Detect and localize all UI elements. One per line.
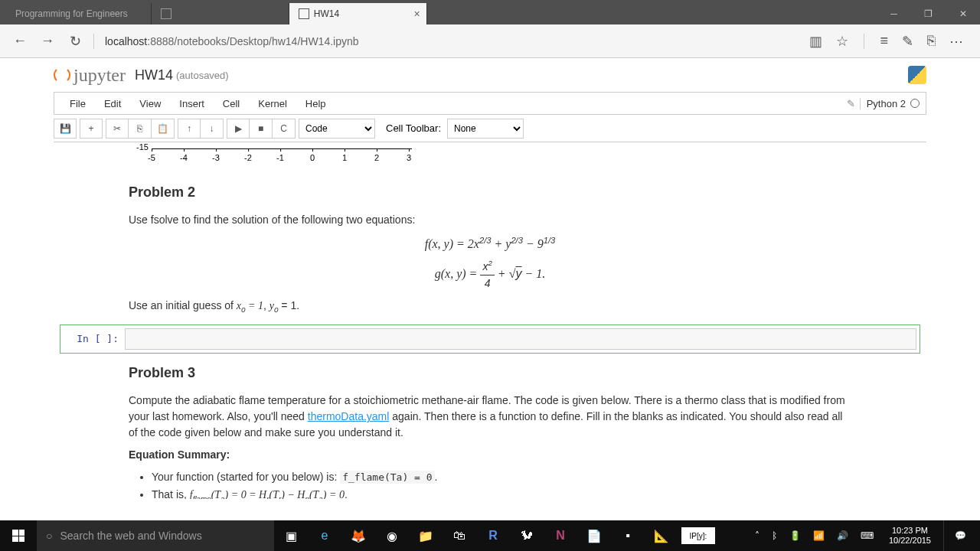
menu-help[interactable]: Help xyxy=(296,98,335,109)
edit-mode-icon: ✎ xyxy=(847,98,855,109)
taskbar-clock[interactable]: 10:23 PM10/22/2015 xyxy=(883,526,937,546)
matlab-icon[interactable]: 📐 xyxy=(645,520,678,551)
taskbar-search[interactable]: ○ Search the web and Windows xyxy=(37,520,274,551)
problem-3-heading: Problem 3 xyxy=(129,363,851,383)
list-item: Your function (started for you below) is… xyxy=(152,469,851,485)
browser-tab-2[interactable] xyxy=(152,3,289,24)
wifi-icon[interactable]: 📶 xyxy=(810,530,828,541)
windows-taskbar: ○ Search the web and Windows ▣ e 🦊 ◉ 📁 🛍… xyxy=(0,520,980,551)
webnote-icon[interactable]: ✎ xyxy=(899,30,916,53)
back-button[interactable]: ← xyxy=(6,28,34,55)
tray-chevron-icon[interactable]: ˄ xyxy=(752,530,763,541)
browser-tab-1[interactable]: Programming for Engineers xyxy=(6,3,152,24)
menu-view[interactable]: View xyxy=(130,98,170,109)
notebook-name[interactable]: HW14 xyxy=(135,67,173,83)
jupyter-header: jupyter HW14 (autosaved) xyxy=(54,58,926,92)
keyboard-icon[interactable]: ⌨ xyxy=(858,530,877,541)
terminal-icon[interactable]: ▪ xyxy=(611,520,645,551)
window-close[interactable]: ✕ xyxy=(946,3,980,24)
initial-guess: Use an initial guess of x0 = 1, y0 = 1. xyxy=(129,298,851,315)
start-button[interactable] xyxy=(0,520,37,551)
move-down-button[interactable]: ↓ xyxy=(201,119,224,139)
copy-button[interactable]: ⎘ xyxy=(129,119,152,139)
favorite-icon[interactable]: ☆ xyxy=(833,30,851,53)
chrome-icon[interactable]: ◉ xyxy=(375,520,409,551)
windows-logo-icon xyxy=(12,530,24,542)
problem-3-para: Compute the adiabatic flame temperature … xyxy=(129,393,851,441)
page-icon xyxy=(161,8,172,19)
browser-tab-active[interactable]: HW14× xyxy=(289,3,427,24)
notification-icon[interactable]: 💬 xyxy=(943,520,977,551)
cell-toolbar-select[interactable]: None xyxy=(447,119,524,139)
equation-summary-list: Your function (started for you below) is… xyxy=(129,469,851,499)
edge-icon[interactable]: e xyxy=(308,520,341,551)
more-icon[interactable]: ⋯ xyxy=(946,30,966,53)
equation-f: f(x, y) = 2x2/3 + y2/3 − 91/3 xyxy=(129,234,851,253)
bluetooth-icon[interactable]: ᛒ xyxy=(769,530,780,541)
app-icon-2[interactable]: 📄 xyxy=(577,520,611,551)
toolbar: 💾 + ✂ ⎘ 📋 ↑ ↓ ▶ ■ C Code Cell Toolbar: N… xyxy=(54,115,926,142)
problem-3-cell: Problem 3 Compute the adiabatic flame te… xyxy=(60,363,920,499)
kernel-idle-icon xyxy=(910,99,920,108)
thermodata-link[interactable]: thermoData.yaml xyxy=(308,410,390,422)
volume-icon[interactable]: 🔊 xyxy=(834,530,851,541)
ipython-icon[interactable]: IP[y]: xyxy=(681,527,715,544)
battery-icon[interactable]: 🔋 xyxy=(786,530,804,541)
browser-tab-strip: Programming for Engineers HW14× ─ ❐ ✕ xyxy=(0,0,980,24)
plot-output-fragment: -15 -5 -4 -3 -2 -1 0 1 2 3 xyxy=(60,142,920,173)
hub-icon[interactable]: ≡ xyxy=(877,30,891,52)
code-input[interactable] xyxy=(125,328,916,350)
paste-button[interactable]: 📋 xyxy=(152,119,175,139)
menu-bar: File Edit View Insert Cell Kernel Help ✎… xyxy=(54,92,926,115)
save-button[interactable]: 💾 xyxy=(54,119,77,139)
share-icon[interactable]: ⎘ xyxy=(924,30,939,52)
input-prompt: In [ ]: xyxy=(64,328,125,350)
problem-2-heading: Problem 2 xyxy=(129,182,851,203)
store-icon[interactable]: 🛍 xyxy=(443,520,476,551)
python-logo-icon xyxy=(908,66,926,84)
jupyter-logo[interactable]: jupyter xyxy=(54,65,126,86)
kernel-indicator: Python 2 xyxy=(860,98,920,109)
firefox-icon[interactable]: 🦊 xyxy=(341,520,375,551)
tab-close-icon[interactable]: × xyxy=(414,8,420,20)
cell-toolbar-label: Cell Toolbar: xyxy=(386,122,441,134)
reading-view-icon[interactable]: ▥ xyxy=(806,30,825,53)
menu-insert[interactable]: Insert xyxy=(170,98,214,109)
address-bar: ← → ↻ localhost:8888/notebooks/Desktop/h… xyxy=(0,24,980,58)
notebook-status: (autosaved) xyxy=(176,70,229,81)
menu-kernel[interactable]: Kernel xyxy=(249,98,296,109)
notebook-area[interactable]: -15 -5 -4 -3 -2 -1 0 1 2 3 Problem 2 Use… xyxy=(54,142,926,499)
move-up-button[interactable]: ↑ xyxy=(178,119,201,139)
page-icon xyxy=(299,8,309,19)
onenote-icon[interactable]: N xyxy=(544,520,577,551)
problem-2-cell: Problem 2 Use fsolve to find the solutio… xyxy=(60,182,920,315)
menu-file[interactable]: File xyxy=(60,98,95,109)
window-minimize[interactable]: ─ xyxy=(877,3,911,24)
code-cell-selected[interactable]: In [ ]: xyxy=(60,324,920,354)
menu-edit[interactable]: Edit xyxy=(95,98,130,109)
forward-button[interactable]: → xyxy=(34,28,61,55)
stop-button[interactable]: ■ xyxy=(250,119,273,139)
cell-type-select[interactable]: Code xyxy=(299,119,375,139)
run-button[interactable]: ▶ xyxy=(227,119,250,139)
refresh-button[interactable]: ↻ xyxy=(61,28,89,55)
restart-button[interactable]: C xyxy=(273,119,296,139)
add-cell-button[interactable]: + xyxy=(80,119,103,139)
menu-cell[interactable]: Cell xyxy=(214,98,249,109)
equation-summary-heading: Equation Summary: xyxy=(129,447,851,463)
app-icon[interactable]: 🐿 xyxy=(510,520,544,551)
explorer-icon[interactable]: 📁 xyxy=(409,520,443,551)
r-icon[interactable]: R xyxy=(476,520,510,551)
problem-2-intro: Use fsolve to find the solution of the f… xyxy=(129,212,851,228)
equation-g: g(x, y) = x24 + √y − 1. xyxy=(129,258,851,292)
list-item: That is, fflame(Ta) = 0 = Hr(Tr) − Hp(Ta… xyxy=(152,487,851,499)
task-view-icon[interactable]: ▣ xyxy=(274,520,308,551)
url-field[interactable]: localhost:8888/notebooks/Desktop/hw14/HW… xyxy=(99,35,806,47)
window-maximize[interactable]: ❐ xyxy=(911,3,946,24)
cut-button[interactable]: ✂ xyxy=(106,119,129,139)
